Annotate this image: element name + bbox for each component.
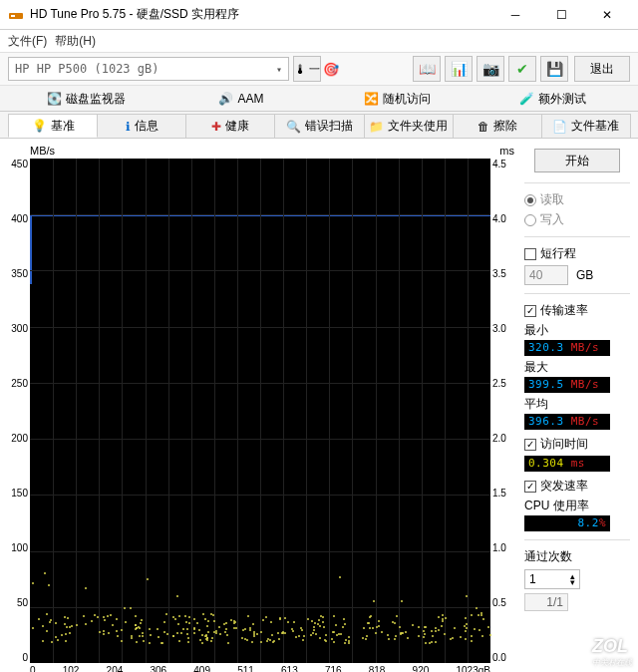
read-radio-row[interactable]: 读取 bbox=[524, 191, 630, 208]
transfer-rate-check[interactable]: 传输速率 bbox=[524, 302, 630, 319]
side-panel: 开始 读取 写入 短行程 40 GB 传输速率 最小 320.3 MB/s 最大… bbox=[516, 145, 630, 672]
min-value-box: 320.3 MB/s bbox=[524, 340, 610, 356]
cpu-label: CPU 使用率 bbox=[524, 498, 630, 514]
x-axis: 01022043064095116137168189201023gB bbox=[30, 665, 490, 672]
tab-extra-tests[interactable]: 🧪额外测试 bbox=[475, 87, 630, 111]
copy-info-button[interactable]: 📖 bbox=[413, 56, 441, 82]
avg-label: 平均 bbox=[524, 396, 630, 413]
secondary-tabs: 💡基准 ℹ信息 ✚健康 🔍错误扫描 📁文件夹使用 🗑擦除 📄文件基准 bbox=[0, 112, 638, 138]
y-axis-left: 450400350300250200150100500 bbox=[8, 159, 30, 663]
close-button[interactable]: ✕ bbox=[584, 0, 630, 30]
options-button[interactable]: ✔ bbox=[508, 56, 536, 82]
thermometer-icon: 🌡 bbox=[294, 62, 307, 77]
y-axis-right: 4.54.03.53.02.52.01.51.00.50.0 bbox=[490, 159, 512, 663]
write-radio-row[interactable]: 写入 bbox=[524, 211, 630, 228]
y-left-unit: MB/s bbox=[30, 145, 55, 157]
watermark: ZOL 中关村在线 bbox=[592, 636, 632, 668]
pass-progress: 1/1 bbox=[524, 593, 568, 611]
info-icon: ℹ bbox=[126, 120, 131, 134]
transfer-line-dip bbox=[30, 214, 32, 284]
random-icon: 🔀 bbox=[364, 92, 379, 106]
tab-random-access[interactable]: 🔀随机访问 bbox=[319, 87, 475, 111]
file-icon: 📄 bbox=[552, 120, 567, 134]
drive-select-text: HP HP P500 (1023 gB) bbox=[15, 62, 160, 76]
passes-label: 通过次数 bbox=[524, 548, 630, 565]
check-icon: ✔ bbox=[516, 61, 528, 77]
radio-icon bbox=[524, 194, 536, 206]
short-stroke-unit: GB bbox=[576, 268, 593, 282]
tab-benchmark[interactable]: 💡基准 bbox=[8, 114, 98, 138]
chart-icon: 📊 bbox=[451, 61, 468, 77]
camera-icon: 📷 bbox=[482, 61, 499, 77]
tab-disk-monitor[interactable]: 💽磁盘监视器 bbox=[8, 87, 163, 111]
tab-erase[interactable]: 🗑擦除 bbox=[453, 114, 542, 138]
tab-aam[interactable]: 🔊AAM bbox=[163, 87, 319, 111]
pass-count-spinner[interactable]: 1▴▾ bbox=[524, 569, 580, 589]
minimize-button[interactable]: ─ bbox=[492, 0, 538, 30]
tab-folder-usage[interactable]: 📁文件夹使用 bbox=[364, 114, 454, 138]
burst-rate-check[interactable]: 突发速率 bbox=[524, 478, 630, 495]
app-icon bbox=[8, 7, 24, 23]
chevron-down-icon: ▾ bbox=[276, 64, 282, 75]
primary-tabs: 💽磁盘监视器 🔊AAM 🔀随机访问 🧪额外测试 bbox=[0, 86, 638, 112]
checkbox-icon bbox=[524, 248, 536, 260]
spinner-icon: ▴▾ bbox=[570, 573, 575, 586]
menu-file[interactable]: 文件(F) bbox=[8, 33, 47, 50]
health-icon: ✚ bbox=[211, 120, 221, 134]
screenshot-button[interactable]: 📊 bbox=[445, 56, 473, 82]
y-right-unit: ms bbox=[499, 145, 514, 157]
cpu-value-box: 8.2% bbox=[524, 515, 610, 531]
target-icon: 🎯 bbox=[323, 62, 339, 77]
avg-value-box: 396.3 MB/s bbox=[524, 414, 610, 430]
exit-button[interactable]: 退出 bbox=[574, 56, 630, 82]
max-label: 最大 bbox=[524, 359, 630, 376]
scan-icon: 🔍 bbox=[286, 120, 301, 134]
extra-icon: 🧪 bbox=[519, 92, 534, 106]
folder-icon: 📁 bbox=[369, 120, 384, 134]
menu-help[interactable]: 帮助(H) bbox=[55, 33, 96, 50]
radio-icon bbox=[524, 214, 536, 226]
titlebar: HD Tune Pro 5.75 - 硬盘/SSD 实用程序 ─ ☐ ✕ bbox=[0, 0, 638, 30]
min-label: 最小 bbox=[524, 322, 630, 339]
book-icon: 📖 bbox=[419, 61, 436, 77]
tab-info[interactable]: ℹ信息 bbox=[97, 114, 186, 138]
speaker-icon: 🔊 bbox=[218, 92, 233, 106]
tab-error-scan[interactable]: 🔍错误扫描 bbox=[274, 114, 364, 138]
access-value-box: 0.304 ms bbox=[524, 456, 610, 472]
drive-icon: 💽 bbox=[47, 92, 62, 106]
chart-area: MB/s ms 450400350300250200150100500 4.54… bbox=[8, 145, 516, 672]
toolbar: HP HP P500 (1023 gB) ▾ 🌡一 🎯 📖 📊 📷 ✔ 💾 退出 bbox=[0, 52, 638, 86]
temperature-button[interactable]: 🌡一 bbox=[293, 56, 321, 82]
benchmark-plot bbox=[30, 159, 490, 663]
save-button[interactable]: 💾 bbox=[540, 56, 568, 82]
checkbox-icon bbox=[524, 305, 536, 317]
access-time-check[interactable]: 访问时间 bbox=[524, 436, 630, 453]
checkbox-icon bbox=[524, 481, 536, 493]
maximize-button[interactable]: ☐ bbox=[538, 0, 584, 30]
max-value-box: 399.5 MB/s bbox=[524, 377, 610, 393]
content: MB/s ms 450400350300250200150100500 4.54… bbox=[0, 138, 638, 672]
tab-health[interactable]: ✚健康 bbox=[185, 114, 275, 138]
drive-select[interactable]: HP HP P500 (1023 gB) ▾ bbox=[8, 57, 289, 81]
tab-file-benchmark[interactable]: 📄文件基准 bbox=[541, 114, 631, 138]
erase-icon: 🗑 bbox=[478, 120, 489, 134]
short-stroke-check[interactable]: 短行程 bbox=[524, 245, 630, 262]
camera-button[interactable]: 📷 bbox=[477, 56, 504, 82]
short-stroke-value[interactable]: 40 bbox=[524, 265, 568, 285]
menubar: 文件(F) 帮助(H) bbox=[0, 30, 638, 52]
svg-rect-1 bbox=[11, 15, 15, 17]
disk-icon: 💾 bbox=[546, 61, 563, 77]
window-title: HD Tune Pro 5.75 - 硬盘/SSD 实用程序 bbox=[30, 6, 492, 23]
bulb-icon: 💡 bbox=[32, 119, 47, 133]
checkbox-icon bbox=[524, 439, 536, 451]
start-button[interactable]: 开始 bbox=[534, 149, 620, 172]
